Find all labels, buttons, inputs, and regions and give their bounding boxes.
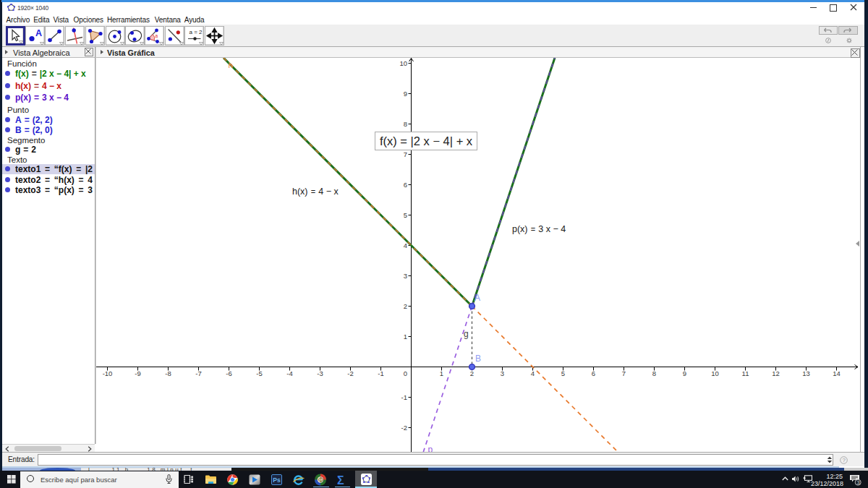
svg-text:3: 3 — [404, 272, 407, 280]
svg-text:-6: -6 — [226, 369, 231, 377]
svg-text:13: 13 — [802, 369, 810, 377]
svg-text:-5: -5 — [256, 369, 262, 377]
svg-text:-9: -9 — [135, 369, 140, 377]
svg-text:2: 2 — [470, 369, 474, 377]
svg-text:Ps: Ps — [273, 476, 281, 484]
svg-text:-7: -7 — [195, 369, 201, 377]
svg-text:3: 3 — [501, 369, 504, 377]
svg-text:a = 2: a = 2 — [189, 29, 203, 35]
svg-text:a: a — [155, 33, 158, 38]
svg-text:10: 10 — [711, 369, 719, 377]
svg-text:Σ: Σ — [337, 474, 344, 485]
svg-text:5: 5 — [404, 211, 407, 219]
svg-text:4: 4 — [531, 369, 535, 377]
svg-text:0: 0 — [404, 369, 407, 377]
svg-text:5: 5 — [561, 369, 565, 377]
svg-text:9: 9 — [683, 369, 686, 377]
svg-text:1: 1 — [404, 333, 407, 341]
svg-text:A: A — [35, 28, 42, 38]
svg-text:11: 11 — [742, 369, 749, 377]
svg-text:Φ: Φ — [318, 476, 323, 484]
svg-text:12: 12 — [772, 369, 780, 377]
svg-text:6: 6 — [592, 369, 595, 377]
svg-text:7: 7 — [622, 369, 626, 377]
svg-text:8: 8 — [404, 120, 407, 128]
svg-text:-10: -10 — [103, 369, 113, 377]
svg-text:10: 10 — [399, 59, 407, 67]
svg-text:9: 9 — [404, 90, 407, 98]
svg-text:8: 8 — [652, 369, 656, 377]
svg-text:-3: -3 — [317, 369, 323, 377]
svg-text:3: 3 — [856, 479, 859, 486]
svg-text:-2: -2 — [401, 424, 407, 432]
svg-text:7: 7 — [404, 150, 407, 158]
svg-text:1: 1 — [440, 369, 443, 377]
svg-text:14: 14 — [833, 369, 841, 377]
svg-text:2: 2 — [404, 302, 407, 310]
svg-text:4: 4 — [404, 241, 407, 249]
svg-text:6: 6 — [404, 181, 407, 189]
svg-text:-8: -8 — [165, 369, 171, 377]
svg-text:-1: -1 — [401, 393, 407, 401]
svg-text:-2: -2 — [347, 369, 353, 377]
svg-text:-4: -4 — [286, 369, 292, 377]
svg-text:?: ? — [842, 457, 846, 463]
svg-text:-1: -1 — [378, 369, 383, 377]
